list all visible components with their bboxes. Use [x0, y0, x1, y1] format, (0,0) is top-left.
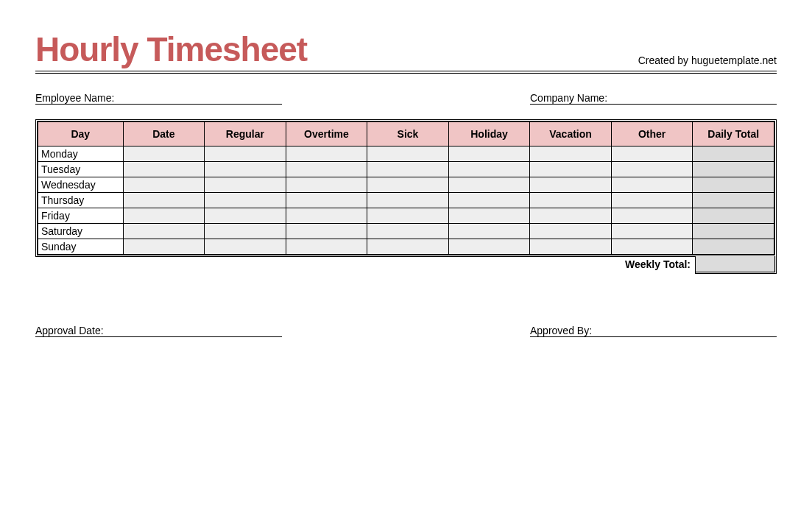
company-name-label: Company Name:: [530, 92, 610, 105]
data-cell[interactable]: [205, 208, 286, 224]
employee-name-field: Employee Name:: [35, 91, 282, 105]
data-cell[interactable]: [123, 193, 205, 208]
data-cell[interactable]: [286, 146, 367, 162]
table-row: Thursday: [38, 193, 774, 208]
header-date: Date: [123, 122, 205, 146]
daily-total-cell[interactable]: [693, 146, 774, 162]
data-cell[interactable]: [448, 162, 530, 177]
header-regular: Regular: [205, 122, 286, 146]
data-cell[interactable]: [611, 146, 693, 162]
table-row: Friday: [38, 208, 774, 224]
day-cell: Wednesday: [38, 177, 124, 193]
data-cell[interactable]: [448, 224, 530, 239]
header-holiday: Holiday: [448, 122, 530, 146]
table-row: Saturday: [38, 224, 774, 239]
approval-date-field: Approval Date:: [35, 324, 282, 337]
data-cell[interactable]: [448, 177, 530, 193]
data-cell[interactable]: [123, 162, 205, 177]
data-cell[interactable]: [367, 162, 449, 177]
data-cell[interactable]: [448, 146, 530, 162]
approved-by-label: Approved By:: [530, 325, 595, 337]
day-cell: Friday: [38, 208, 124, 224]
data-cell[interactable]: [367, 146, 449, 162]
header-daily-total: Daily Total: [693, 122, 774, 146]
data-cell[interactable]: [530, 239, 612, 255]
data-cell[interactable]: [367, 239, 449, 255]
data-cell[interactable]: [123, 239, 205, 255]
table-row: Wednesday: [38, 177, 774, 193]
day-cell: Tuesday: [38, 162, 124, 177]
day-cell: Monday: [38, 146, 124, 162]
data-cell[interactable]: [286, 177, 367, 193]
data-cell[interactable]: [530, 224, 612, 239]
data-cell[interactable]: [611, 224, 693, 239]
header-vacation: Vacation: [530, 122, 612, 146]
employee-name-label: Employee Name:: [35, 92, 117, 105]
data-cell[interactable]: [205, 177, 286, 193]
timesheet-table: Day Date Regular Overtime Sick Holiday V…: [38, 121, 774, 255]
data-cell[interactable]: [286, 239, 367, 255]
approval-date-label: Approval Date:: [35, 325, 107, 337]
data-cell[interactable]: [448, 239, 530, 255]
data-cell[interactable]: [205, 193, 286, 208]
data-cell[interactable]: [611, 208, 693, 224]
approval-date-input[interactable]: [107, 324, 282, 337]
data-cell[interactable]: [530, 162, 612, 177]
data-cell[interactable]: [448, 193, 530, 208]
daily-total-cell[interactable]: [693, 162, 774, 177]
company-name-input[interactable]: [610, 91, 777, 105]
header-day: Day: [38, 122, 124, 146]
data-cell[interactable]: [123, 146, 205, 162]
data-cell[interactable]: [286, 193, 367, 208]
data-cell[interactable]: [367, 193, 449, 208]
document-title: Hourly Timesheet: [35, 29, 307, 69]
data-cell[interactable]: [367, 224, 449, 239]
approved-by-input[interactable]: [595, 324, 777, 337]
daily-total-cell[interactable]: [693, 177, 774, 193]
data-cell[interactable]: [611, 177, 693, 193]
table-header-row: Day Date Regular Overtime Sick Holiday V…: [38, 122, 774, 146]
company-name-field: Company Name:: [530, 91, 777, 105]
credits-text: Created by huguetemplate.net: [638, 54, 777, 69]
daily-total-cell[interactable]: [693, 208, 774, 224]
header-sick: Sick: [367, 122, 449, 146]
data-cell[interactable]: [530, 208, 612, 224]
daily-total-cell[interactable]: [693, 239, 774, 255]
data-cell[interactable]: [611, 239, 693, 255]
table-row: Monday: [38, 146, 774, 162]
data-cell[interactable]: [205, 239, 286, 255]
header-other: Other: [611, 122, 693, 146]
data-cell[interactable]: [205, 224, 286, 239]
data-cell[interactable]: [530, 193, 612, 208]
title-underline: [35, 71, 777, 74]
data-cell[interactable]: [286, 224, 367, 239]
daily-total-cell[interactable]: [693, 224, 774, 239]
data-cell[interactable]: [530, 146, 612, 162]
data-cell[interactable]: [611, 193, 693, 208]
data-cell[interactable]: [367, 208, 449, 224]
data-cell[interactable]: [611, 162, 693, 177]
header-overtime: Overtime: [286, 122, 367, 146]
data-cell[interactable]: [123, 208, 205, 224]
data-cell[interactable]: [367, 177, 449, 193]
day-cell: Sunday: [38, 239, 124, 255]
weekly-total-cell[interactable]: [695, 256, 777, 274]
timesheet-table-wrapper: Day Date Regular Overtime Sick Holiday V…: [35, 119, 777, 257]
day-cell: Thursday: [38, 193, 124, 208]
data-cell[interactable]: [205, 146, 286, 162]
data-cell[interactable]: [530, 177, 612, 193]
table-row: Sunday: [38, 239, 774, 255]
day-cell: Saturday: [38, 224, 124, 239]
data-cell[interactable]: [448, 208, 530, 224]
data-cell[interactable]: [123, 177, 205, 193]
daily-total-cell[interactable]: [693, 193, 774, 208]
approved-by-field: Approved By:: [530, 324, 777, 337]
weekly-total-row: Weekly Total:: [35, 256, 777, 274]
data-cell[interactable]: [123, 224, 205, 239]
data-cell[interactable]: [286, 208, 367, 224]
employee-name-input[interactable]: [117, 91, 282, 105]
data-cell[interactable]: [286, 162, 367, 177]
data-cell[interactable]: [205, 162, 286, 177]
weekly-total-label: Weekly Total:: [622, 256, 695, 274]
table-row: Tuesday: [38, 162, 774, 177]
